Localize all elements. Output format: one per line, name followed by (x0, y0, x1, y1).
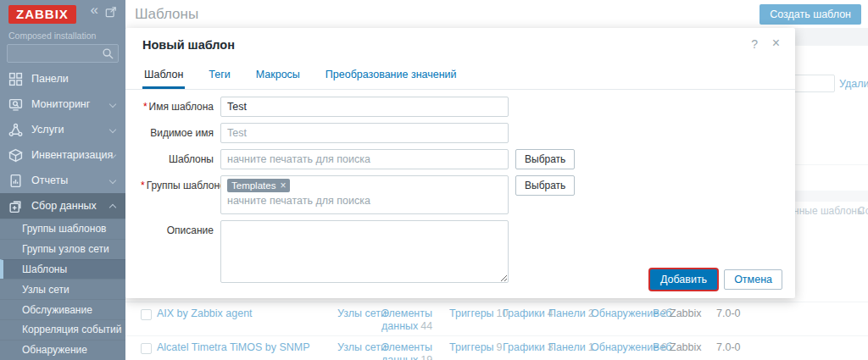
description-label: Описание (141, 220, 214, 236)
groups-select-button[interactable]: Выбрать (515, 175, 575, 196)
sidebar-subitem-label: Обслуживание (22, 304, 92, 316)
sidebar-item-label: Инвентаризация (31, 149, 113, 161)
visible-name-label: Видимое имя (141, 123, 214, 139)
sidebar-item-2[interactable]: Услуги (0, 117, 125, 142)
chevron-up-icon (109, 204, 116, 211)
monitoring-icon (8, 97, 23, 112)
modal-close-icon[interactable]: × (772, 36, 780, 51)
cancel-button[interactable]: Отмена (724, 269, 782, 290)
template-name-input[interactable] (220, 97, 509, 117)
modal-title: Новый шаблон (142, 38, 235, 52)
new-template-modal: Новый шаблон ? × ШаблонТегиМакросыПреобр… (125, 28, 795, 298)
sidebar-submenu: Группы шаблоновГруппы узлов сетиШаблоныУ… (0, 219, 125, 360)
services-icon (8, 123, 23, 137)
sidebar-item-1[interactable]: Мониторинг (0, 91, 125, 117)
sidebar-item-5[interactable]: Сбор данных (0, 193, 125, 219)
description-textarea[interactable] (220, 220, 509, 283)
sidebar-item-label: Отчеты (31, 174, 68, 186)
sidebar-subitem-0[interactable]: Группы шаблонов (0, 219, 125, 239)
template-form: *Имя шаблона Видимое имя Шаблоны начните… (141, 97, 575, 283)
sidebar-item-label: Сбор данных (31, 200, 97, 212)
inventory-icon (8, 148, 23, 163)
modal-footer: Добавить Отмена (650, 269, 782, 290)
visible-name-input[interactable] (220, 123, 509, 143)
chevron-down-icon (109, 126, 116, 133)
sidebar-subitem-label: Шаблоны (22, 263, 67, 275)
reports-icon (8, 174, 23, 188)
modal-tab-1[interactable]: Теги (207, 67, 231, 86)
sidebar-subitem-4[interactable]: Обслуживание (0, 299, 125, 319)
undock-sidebar-icon[interactable] (105, 6, 117, 20)
required-asterisk: * (141, 180, 145, 191)
sidebar-item-label: Услуги (31, 124, 64, 136)
add-button[interactable]: Добавить (650, 269, 717, 290)
templates-label: Шаблоны (141, 149, 214, 165)
data-collection-icon (8, 199, 23, 213)
template-groups-label: *Группы шаблонов (141, 175, 214, 191)
template-name-label: *Имя шаблона (141, 97, 214, 113)
modal-tab-2[interactable]: Макросы (254, 67, 302, 86)
modal-tab-3[interactable]: Преобразование значений (324, 67, 459, 86)
zabbix-logo[interactable]: ZABBIX (8, 5, 76, 24)
sidebar-item-4[interactable]: Отчеты (0, 168, 125, 193)
templates-select-button[interactable]: Выбрать (515, 149, 575, 169)
modal-help-icon[interactable]: ? (751, 37, 758, 51)
groups-placeholder: начните печатать для поиска (227, 195, 502, 207)
chevron-down-icon (109, 101, 116, 108)
sidebar-item-label: Панели (31, 73, 69, 85)
sidebar-subitem-3[interactable]: Узлы сети (0, 279, 125, 299)
sidebar-item-0[interactable]: Панели (0, 66, 125, 91)
sidebar-subitem-label: Узлы сети (22, 284, 70, 296)
sidebar-subitem-label: Корреляция событий (22, 324, 121, 335)
sidebar-subitem-label: Группы шаблонов (22, 223, 106, 235)
sidebar-subitem-6[interactable]: Обнаружение (0, 340, 125, 360)
sidebar-subitem-5[interactable]: Корреляция событий (0, 319, 125, 340)
template-groups-multiselect[interactable]: Templates × начните печатать для поиска (220, 175, 509, 214)
chevron-down-icon (109, 177, 116, 184)
required-asterisk: * (143, 101, 147, 113)
chip-remove-icon[interactable]: × (280, 180, 286, 191)
sidebar-item-3[interactable]: Инвентаризация (0, 142, 125, 168)
templates-placeholder: начните печатать для поиска (227, 153, 370, 165)
sidebar: ZABBIX « Composed installation ПанелиМон… (0, 0, 125, 360)
modal-tabs: ШаблонТегиМакросыПреобразование значений (125, 67, 795, 90)
sidebar-subitem-1[interactable]: Группы узлов сети (0, 239, 125, 259)
sidebar-search-input[interactable] (7, 44, 119, 63)
installation-subtitle: Composed installation (8, 30, 96, 41)
collapse-sidebar-icon[interactable]: « (91, 3, 98, 17)
dashboards-icon (8, 72, 23, 86)
search-icon (102, 47, 114, 60)
templates-group-chip[interactable]: Templates × (227, 179, 290, 192)
sidebar-subitem-label: Обнаружение (22, 344, 87, 356)
sidebar-subitem-2[interactable]: Шаблоны (0, 259, 125, 280)
sidebar-menu: ПанелиМониторингУслугиИнвентаризацияОтче… (0, 66, 125, 219)
sidebar-item-label: Мониторинг (31, 98, 90, 110)
sidebar-subitem-label: Группы узлов сети (22, 243, 109, 255)
modal-tab-0[interactable]: Шаблон (142, 67, 185, 89)
templates-multiselect[interactable]: начните печатать для поиска (220, 149, 509, 169)
